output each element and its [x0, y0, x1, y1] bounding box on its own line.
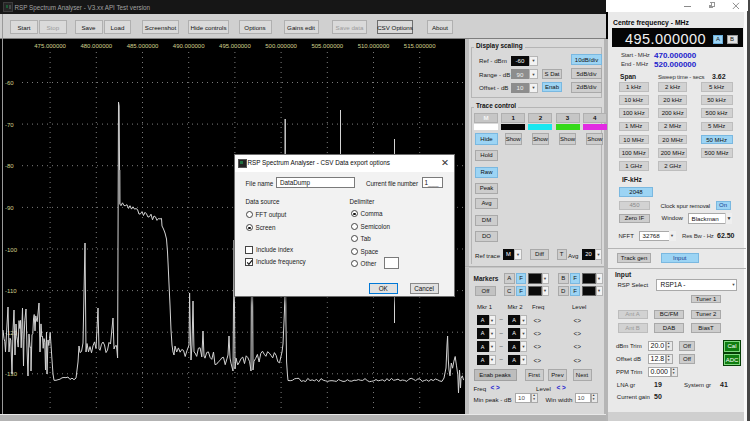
- svg-text:-110: -110: [5, 288, 17, 294]
- svg-text:510.000000: 510.000000: [358, 43, 390, 49]
- svg-text:500.000000: 500.000000: [265, 43, 297, 49]
- svg-text:-130: -130: [5, 371, 18, 377]
- svg-text:485.000000: 485.000000: [127, 43, 159, 49]
- svg-text:490.000000: 490.000000: [173, 43, 205, 49]
- svg-text:505.000000: 505.000000: [311, 43, 343, 49]
- svg-text:-80: -80: [5, 163, 14, 169]
- svg-text:-90: -90: [5, 205, 14, 211]
- svg-text:-70: -70: [5, 122, 14, 128]
- svg-text:495.000000: 495.000000: [219, 43, 251, 49]
- svg-text:475.000000: 475.000000: [34, 43, 66, 49]
- svg-text:-60: -60: [5, 80, 14, 86]
- svg-text:-100: -100: [5, 247, 18, 253]
- svg-text:480.000000: 480.000000: [80, 43, 112, 49]
- svg-text:515.000000: 515.000000: [404, 43, 436, 49]
